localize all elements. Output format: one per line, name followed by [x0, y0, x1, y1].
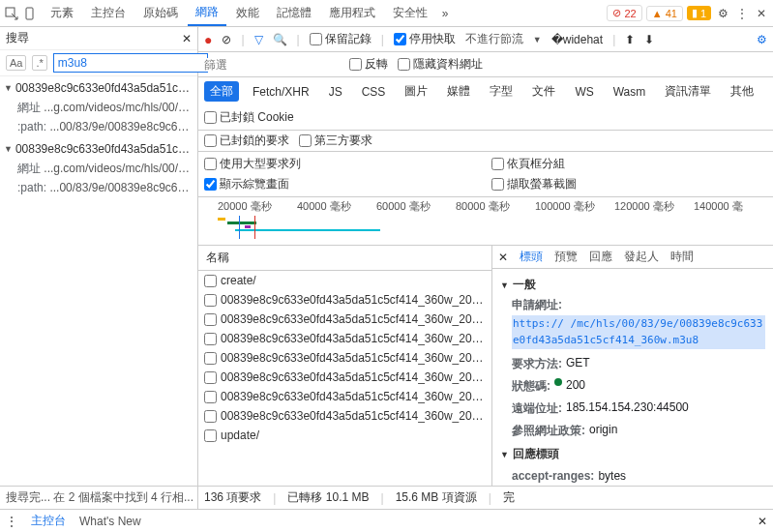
request-row[interactable]: update/ — [198, 426, 491, 445]
response-tab[interactable]: 回應 — [589, 249, 612, 265]
device-icon[interactable] — [23, 6, 39, 21]
initiator-tab[interactable]: 發起人 — [624, 249, 659, 265]
request-row[interactable]: 00839e8c9c633e0fd43a5da51c5cf414_360w_20… — [198, 329, 491, 348]
issues-badge[interactable]: ▮ 1 — [687, 6, 711, 20]
throttle-select[interactable]: 不進行節流 — [465, 31, 523, 47]
resources: 15.6 MB 項資源 — [396, 489, 477, 506]
request-list: 名稱 create/ 00839e8c9c633e0fd43a5da51c5cf… — [198, 246, 492, 486]
request-row[interactable]: 00839e8c9c633e0fd43a5da51c5cf414_360w_20… — [198, 348, 491, 368]
result-line[interactable]: 網址 ...g.com/videos/mc/hls/00/83... — [4, 98, 193, 118]
tab-security[interactable]: 安全性 — [385, 1, 435, 25]
headers-tab[interactable]: 標頭 — [520, 249, 543, 265]
kebab-icon[interactable]: ⋮ — [734, 6, 750, 21]
search-panel: 搜尋 ✕ Aa .* ⟳ ⊘ ▼00839e8c9c633e0fd43a5da5… — [0, 27, 198, 486]
invert-checkbox[interactable]: 反轉 — [349, 56, 388, 73]
record-icon[interactable]: ● — [204, 32, 212, 47]
filter-other[interactable]: 其他 — [725, 81, 759, 102]
search-icon[interactable]: 🔍 — [273, 33, 287, 46]
large-rows-checkbox[interactable]: 使用大型要求列 — [204, 156, 480, 172]
settings-icon[interactable]: ⚙ — [715, 6, 730, 21]
screenshot-checkbox[interactable]: 擷取螢幕截圖 — [491, 176, 767, 192]
general-section[interactable]: ▼一般 — [500, 273, 765, 297]
devtools-top-toolbar: 元素 主控台 原始碼 網路 效能 記憶體 應用程式 安全性 » ⊘ 22 ▲ 4… — [0, 0, 773, 27]
filter-img[interactable]: 圖片 — [399, 81, 433, 102]
tab-performance[interactable]: 效能 — [228, 1, 267, 25]
case-toggle[interactable]: Aa — [6, 55, 26, 71]
request-count: 136 項要求 — [204, 489, 261, 506]
filter-doc[interactable]: 文件 — [526, 81, 561, 102]
filter-css[interactable]: CSS — [356, 83, 392, 101]
request-url[interactable]: https:// /mc/hls/00/83/9e/00839e8c9c633e… — [512, 315, 765, 349]
drawer-console-tab[interactable]: 主控台 — [31, 513, 66, 529]
inspect-icon[interactable] — [4, 6, 19, 21]
search-status: 搜尋完... 在 2 個檔案中找到 4 行相... — [0, 487, 198, 509]
overview-checkbox[interactable]: 顯示綜覽畫面 — [204, 176, 480, 192]
tab-application[interactable]: 應用程式 — [321, 1, 383, 25]
download-icon[interactable]: ⬇ — [644, 33, 654, 46]
result-line[interactable]: :path: ...00/83/9e/00839e8c9c633e... — [4, 179, 193, 196]
disable-cache-checkbox[interactable]: 停用快取 — [394, 31, 456, 47]
search-input[interactable] — [53, 53, 208, 73]
tab-network[interactable]: 網路 — [188, 0, 226, 26]
filter-font[interactable]: 字型 — [484, 81, 519, 102]
search-title: 搜尋 — [6, 30, 29, 46]
request-row[interactable]: 00839e8c9c633e0fd43a5da51c5cf414_360w_20… — [198, 406, 491, 426]
filter-ws[interactable]: WS — [569, 83, 599, 101]
tab-sources[interactable]: 原始碼 — [135, 1, 186, 25]
drawer-close-icon[interactable]: ✕ — [758, 515, 767, 528]
search-results: ▼00839e8c9c633e0fd43a5da51c5cf4... 網址 ..… — [0, 76, 197, 486]
request-row[interactable]: 00839e8c9c633e0fd43a5da51c5cf414_360w_20… — [198, 387, 491, 406]
network-panel: ● ⊘ | ▽ 🔍 | 保留記錄 | 停用快取 不進行節流 ▼ �widehat… — [198, 27, 773, 486]
result-line[interactable]: 網址 ...g.com/videos/mc/hls/00/83... — [4, 159, 193, 179]
errors-badge[interactable]: ⊘ 22 — [607, 5, 641, 21]
filter-js[interactable]: JS — [323, 83, 348, 101]
svg-rect-1 — [26, 8, 33, 19]
blocked-cookies-checkbox[interactable]: 已封鎖 Cookie — [204, 109, 294, 126]
preview-tab[interactable]: 預覽 — [554, 249, 578, 265]
close-icon[interactable]: ✕ — [754, 6, 769, 21]
filter-fetch[interactable]: Fetch/XHR — [247, 83, 315, 101]
request-details: ✕ 標頭 預覽 回應 發起人 時間 ▼一般 申請網址: https:// /mc… — [492, 246, 773, 486]
request-row[interactable]: 00839e8c9c633e0fd43a5da51c5cf414_360w_20… — [198, 310, 491, 329]
filter-input[interactable] — [204, 58, 340, 72]
upload-icon[interactable]: ⬆ — [625, 33, 635, 46]
result-file-header[interactable]: ▼00839e8c9c633e0fd43a5da51c5cf4... — [4, 78, 193, 98]
drawer-whatsnew-tab[interactable]: What's New — [79, 515, 141, 528]
timing-tab[interactable]: 時間 — [670, 249, 694, 265]
preserve-log-checkbox[interactable]: 保留記錄 — [310, 31, 372, 47]
filter-icon[interactable]: ▽ — [254, 33, 263, 46]
network-settings-icon[interactable]: ⚙ — [757, 33, 767, 46]
panel-tabs: 元素 主控台 原始碼 網路 效能 記憶體 應用程式 安全性 » — [43, 0, 603, 26]
wifi-icon[interactable]: �widehat — [551, 33, 603, 46]
result-file-header[interactable]: ▼00839e8c9c633e0fd43a5da51c5cf4... — [4, 139, 193, 159]
transferred: 已轉移 10.1 MB — [287, 489, 369, 506]
tab-memory[interactable]: 記憶體 — [269, 1, 319, 25]
filter-media[interactable]: 媒體 — [441, 81, 476, 102]
filter-manifest[interactable]: 資訊清單 — [659, 81, 717, 102]
clear-log-icon[interactable]: ⊘ — [222, 33, 231, 46]
request-row[interactable]: 00839e8c9c633e0fd43a5da51c5cf414_360w_20… — [198, 368, 491, 387]
tab-elements[interactable]: 元素 — [43, 1, 81, 25]
clear-icon[interactable]: ✕ — [182, 32, 192, 45]
regex-toggle[interactable]: .* — [32, 55, 46, 71]
name-column-header[interactable]: 名稱 — [198, 246, 491, 271]
group-frame-checkbox[interactable]: 依頁框分組 — [491, 156, 767, 172]
overview-timeline[interactable]: 20000 毫秒40000 毫秒60000 毫秒80000 毫秒100000 毫… — [198, 197, 773, 246]
more-tabs-icon[interactable]: » — [437, 6, 453, 21]
finish: 完 — [503, 489, 515, 506]
hide-data-checkbox[interactable]: 隱藏資料網址 — [398, 56, 483, 73]
filter-wasm[interactable]: Wasm — [608, 83, 652, 101]
close-details-icon[interactable]: ✕ — [498, 251, 508, 264]
tab-console[interactable]: 主控台 — [83, 1, 134, 25]
request-row[interactable]: 00839e8c9c633e0fd43a5da51c5cf414_360w_20… — [198, 290, 491, 310]
third-party-checkbox[interactable]: 第三方要求 — [299, 133, 372, 149]
response-headers-section[interactable]: ▼回應標頭 — [500, 442, 765, 466]
warnings-badge[interactable]: ▲ 41 — [646, 6, 683, 21]
status-dot-icon — [554, 378, 562, 386]
request-row[interactable]: create/ — [198, 271, 491, 290]
drawer-kebab-icon[interactable]: ⋮ — [6, 515, 17, 528]
blocked-req-checkbox[interactable]: 已封鎖的要求 — [204, 133, 289, 149]
filter-type-row: 全部 Fetch/XHR JS CSS 圖片 媒體 字型 文件 WS Wasm … — [198, 77, 773, 131]
result-line[interactable]: :path: ...00/83/9e/00839e8c9c633e... — [4, 118, 193, 135]
filter-all[interactable]: 全部 — [204, 81, 239, 102]
